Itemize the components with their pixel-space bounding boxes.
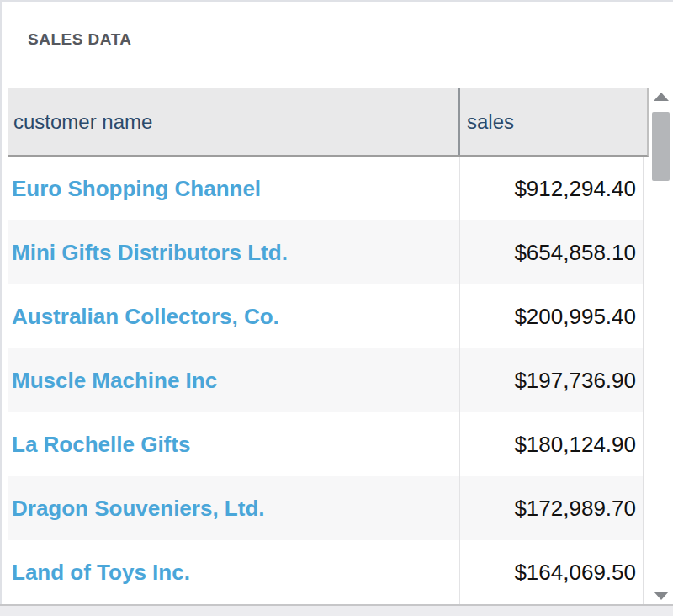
sales-value: $180,124.90: [460, 412, 643, 476]
table-header-row: customer name sales: [8, 88, 649, 157]
table-row: La Rochelle Gifts $180,124.90: [8, 412, 643, 476]
panel-top-border: [0, 0, 673, 2]
vertical-scrollbar[interactable]: [652, 88, 670, 604]
customer-name-link[interactable]: Land of Toys Inc.: [8, 540, 460, 604]
column-header-sales[interactable]: sales: [460, 88, 647, 155]
customer-name-link[interactable]: Muscle Machine Inc: [8, 348, 460, 412]
sales-value: $172,989.70: [460, 476, 643, 540]
table-row: Muscle Machine Inc $197,736.90: [8, 348, 643, 412]
horizontal-scrollbar-track[interactable]: [0, 604, 673, 616]
scroll-down-arrow-icon[interactable]: [654, 592, 669, 600]
sales-value: $197,736.90: [460, 348, 643, 412]
customer-name-link[interactable]: Australian Collectors, Co.: [8, 284, 460, 348]
scroll-up-arrow-icon[interactable]: [654, 93, 669, 101]
table-row: Land of Toys Inc. $164,069.50: [8, 540, 643, 604]
sales-value: $912,294.40: [460, 157, 643, 220]
table-body: Euro Shopping Channel $912,294.40 Mini G…: [8, 157, 644, 604]
page-title: SALES DATA: [28, 30, 132, 49]
panel-left-border: [0, 0, 2, 604]
table-row: Euro Shopping Channel $912,294.40: [8, 157, 643, 220]
sales-value: $200,995.40: [460, 284, 643, 348]
scrollbar-thumb[interactable]: [652, 112, 670, 181]
sales-value: $654,858.10: [460, 220, 643, 284]
customer-name-link[interactable]: Dragon Souveniers, Ltd.: [8, 476, 460, 540]
customer-name-link[interactable]: La Rochelle Gifts: [8, 412, 460, 476]
customer-name-link[interactable]: Euro Shopping Channel: [8, 157, 460, 220]
table-row: Mini Gifts Distributors Ltd. $654,858.10: [8, 220, 643, 284]
customer-name-link[interactable]: Mini Gifts Distributors Ltd.: [8, 220, 460, 284]
table-row: Australian Collectors, Co. $200,995.40: [8, 284, 643, 348]
table-row: Dragon Souveniers, Ltd. $172,989.70: [8, 476, 643, 540]
sales-data-table: customer name sales Euro Shopping Channe…: [8, 88, 649, 604]
sales-value: $164,069.50: [460, 540, 643, 604]
column-header-customer-name[interactable]: customer name: [8, 88, 460, 155]
